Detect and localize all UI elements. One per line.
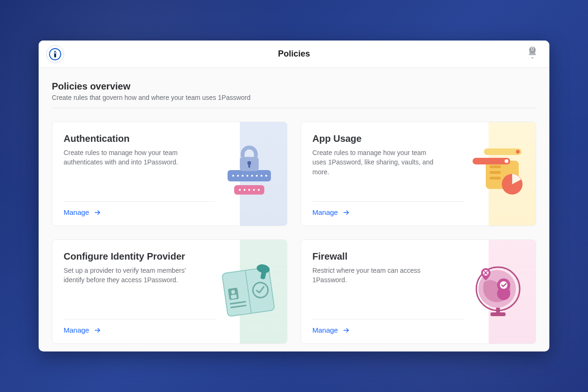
svg-point-6 — [237, 175, 239, 177]
arrow-right-icon — [343, 327, 350, 334]
svg-line-51 — [484, 271, 487, 274]
identity-provider-illustration — [240, 240, 287, 343]
svg-line-50 — [484, 271, 487, 274]
card-description: Set up a provider to verify team members… — [64, 266, 192, 285]
section-divider — [52, 108, 536, 108]
card-description: Create rules to manage how your team aut… — [64, 148, 192, 167]
manage-label: Manage — [312, 208, 338, 216]
notification-count-badge: 0 — [529, 47, 536, 53]
svg-point-36 — [231, 290, 235, 294]
svg-rect-37 — [231, 294, 237, 299]
notifications-button[interactable]: 0 — [527, 48, 538, 59]
overview-title: Policies overview — [52, 81, 536, 92]
arrow-right-icon — [94, 327, 101, 334]
manage-label: Manage — [64, 326, 89, 334]
titlebar: Policies 0 — [39, 41, 549, 68]
app-window: Policies 0 Policies overview Create rule… — [39, 41, 549, 351]
policy-card-authentication[interactable]: Authentication Create rules to manage ho… — [52, 122, 287, 226]
content-area: Policies overview Create rules that gove… — [39, 68, 549, 351]
manage-link-authentication[interactable]: Manage — [64, 208, 101, 216]
card-title: Firewall — [312, 251, 441, 262]
arrow-right-icon — [94, 209, 101, 216]
app-usage-illustration — [489, 122, 536, 226]
card-title: Configure Identity Provider — [64, 251, 192, 262]
manage-link-firewall[interactable]: Manage — [312, 326, 350, 334]
svg-point-5 — [232, 175, 234, 177]
card-title: Authentication — [64, 133, 192, 144]
policy-cards-grid: Authentication Create rules to manage ho… — [52, 122, 536, 344]
manage-label: Manage — [64, 208, 89, 216]
firewall-illustration — [489, 240, 536, 343]
manage-link-app-usage[interactable]: Manage — [312, 208, 350, 216]
card-description: Create rules to manage how your team use… — [312, 148, 441, 177]
manage-link-identity-provider[interactable]: Manage — [64, 326, 101, 334]
svg-rect-2 — [55, 51, 56, 54]
authentication-illustration — [240, 122, 287, 226]
policy-card-identity-provider[interactable]: Configure Identity Provider Set up a pro… — [52, 239, 287, 344]
app-logo-icon[interactable] — [46, 45, 64, 63]
page-title: Policies — [278, 49, 310, 59]
svg-point-49 — [483, 270, 489, 276]
card-title: App Usage — [312, 133, 441, 144]
overview-subtitle: Create rules that govern how and where y… — [52, 94, 536, 101]
arrow-right-icon — [343, 209, 350, 216]
card-description: Restrict where your team can access 1Pas… — [312, 266, 441, 285]
manage-label: Manage — [312, 326, 338, 334]
policy-card-app-usage[interactable]: App Usage Create rules to manage how you… — [301, 122, 536, 226]
svg-rect-35 — [228, 287, 239, 300]
policy-card-firewall[interactable]: Firewall Restrict where your team can ac… — [301, 239, 536, 344]
